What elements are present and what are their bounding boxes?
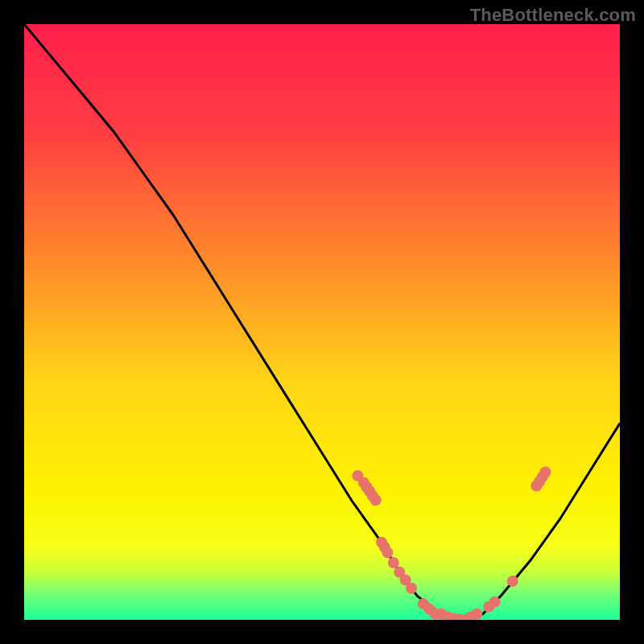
data-marker bbox=[507, 576, 518, 587]
chart-container: TheBottleneck.com bbox=[0, 0, 644, 644]
data-markers bbox=[352, 467, 551, 621]
data-marker bbox=[540, 467, 551, 478]
plot-area bbox=[24, 24, 620, 620]
chart-overlay bbox=[24, 24, 620, 620]
data-marker bbox=[406, 583, 417, 594]
data-marker bbox=[489, 597, 501, 608]
bottleneck-curve bbox=[24, 24, 620, 620]
data-marker bbox=[388, 557, 399, 568]
data-marker bbox=[370, 494, 382, 506]
data-marker bbox=[471, 609, 482, 620]
data-marker bbox=[382, 547, 393, 558]
watermark-text: TheBottleneck.com bbox=[470, 5, 636, 26]
